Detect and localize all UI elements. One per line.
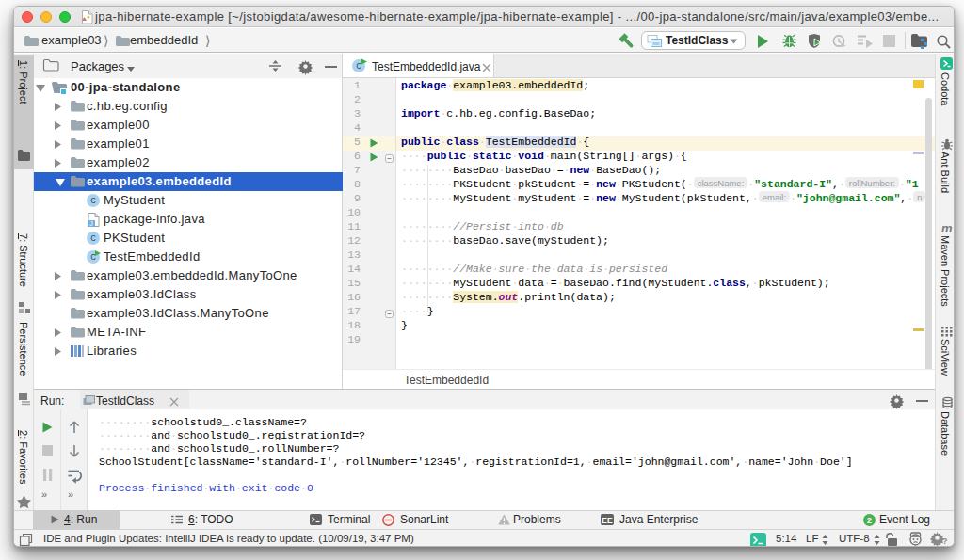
svg-text:C: C: [90, 196, 96, 206]
svg-text:EE: EE: [602, 516, 613, 525]
svg-text:2: 2: [867, 516, 872, 525]
svg-text:?: ?: [942, 536, 948, 546]
svg-text:J: J: [89, 220, 93, 227]
svg-text:C: C: [90, 233, 96, 244]
